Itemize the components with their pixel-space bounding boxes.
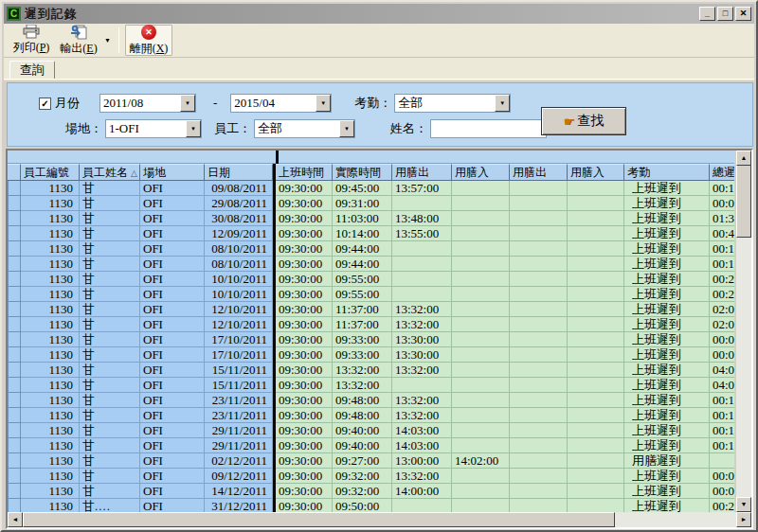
chevron-down-icon[interactable]: ▼	[186, 120, 201, 137]
cell-total-late: 00:1	[710, 423, 734, 438]
cell-meal-in-2	[568, 378, 624, 393]
table-row[interactable]: 1130 甘 OFI 29/11/2011 09:30:00 09:40:00 …	[8, 438, 734, 453]
chevron-down-icon[interactable]: ▼	[316, 95, 331, 112]
table-row[interactable]: 1130 甘 OFI 10/10/2011 09:30:00 09:55:00 …	[8, 287, 734, 302]
row-indicator[interactable]	[8, 302, 21, 317]
table-row[interactable]: 1130 甘 OFI 12/10/2011 09:30:00 11:37:00 …	[8, 317, 734, 332]
col-header-employee-name[interactable]: 員工姓名△	[80, 164, 140, 181]
table-row[interactable]: 1130 甘 OFI 17/10/2011 09:30:00 09:33:00 …	[8, 347, 734, 363]
row-indicator[interactable]	[8, 378, 21, 393]
row-indicator[interactable]	[8, 272, 21, 287]
col-header-meal-out-1[interactable]: 用膳出	[392, 164, 452, 181]
col-header-meal-in-2[interactable]: 用膳入	[568, 164, 624, 181]
col-header-employee-id[interactable]: 員工編號	[21, 164, 80, 181]
col-header-meal-in-1[interactable]: 用膳入	[452, 164, 510, 181]
table-row[interactable]: 1130 甘.... OFI 31/12/2011 09:30:00 09:50…	[8, 499, 734, 512]
row-indicator[interactable]	[8, 211, 21, 226]
col-header-attendance[interactable]: 考勤	[624, 164, 710, 181]
row-indicator[interactable]	[8, 241, 21, 257]
cell-meal-in-2	[568, 181, 624, 196]
scroll-up-icon[interactable]: ▲	[736, 151, 751, 166]
cell-meal-in-2	[568, 332, 624, 347]
chevron-down-icon[interactable]: ▼	[180, 95, 195, 112]
table-row[interactable]: 1130 甘 OFI 10/10/2011 09:30:00 09:55:00 …	[8, 272, 734, 287]
name-input[interactable]	[430, 119, 547, 138]
horizontal-scrollbar[interactable]: ◄ ►	[8, 512, 751, 527]
exit-button[interactable]: ✕ 離開(X)	[125, 25, 172, 56]
scroll-down-icon[interactable]: ▼	[736, 497, 751, 512]
site-select[interactable]: 1-OFI ▼	[105, 119, 202, 138]
table-row[interactable]: 1130 甘 OFI 17/10/2011 09:30:00 09:33:00 …	[8, 332, 734, 347]
printer-icon	[23, 25, 40, 39]
vertical-scrollbar[interactable]: ▲ ▼	[736, 151, 751, 512]
cell-meal-out-1: 13:30:00	[392, 332, 452, 347]
row-indicator[interactable]	[8, 226, 21, 241]
tab-query[interactable]: 查詢	[9, 61, 55, 79]
maximize-button[interactable]: □	[717, 7, 733, 21]
cell-employee-name: 甘	[80, 423, 140, 438]
cell-site: OFI	[140, 332, 205, 347]
col-header-total-late[interactable]: 總遲	[710, 164, 734, 181]
table-row[interactable]: 1130 甘 OFI 30/08/2011 09:30:00 11:03:00 …	[8, 211, 734, 226]
cell-total-late: 00:1	[710, 241, 734, 257]
chevron-down-icon[interactable]: ▼	[495, 95, 510, 112]
month-to-select[interactable]: 2015/04 ▼	[230, 94, 332, 113]
row-indicator[interactable]	[8, 393, 21, 408]
col-header-actual-time[interactable]: 實際時間	[333, 164, 392, 181]
row-indicator[interactable]	[8, 332, 21, 347]
row-indicator[interactable]	[8, 287, 21, 302]
chevron-down-icon[interactable]: ▼	[339, 120, 354, 137]
attendance-select[interactable]: 全部 ▼	[394, 94, 511, 113]
col-header-site[interactable]: 場地	[140, 164, 205, 181]
search-button[interactable]: ☛ 查找	[541, 107, 626, 135]
print-button[interactable]: 列印(P)	[8, 25, 55, 56]
row-indicator[interactable]	[8, 484, 21, 499]
table-row[interactable]: 1130 甘 OFI 02/12/2011 09:30:00 09:27:00 …	[8, 453, 734, 469]
close-button[interactable]: ✕	[735, 7, 751, 21]
row-indicator[interactable]	[8, 423, 21, 438]
row-indicator[interactable]	[8, 257, 21, 272]
scroll-left-icon[interactable]: ◄	[8, 512, 23, 527]
row-indicator[interactable]	[8, 499, 21, 512]
month-checkbox[interactable]: ✓	[39, 98, 51, 110]
table-row[interactable]: 1130 甘 OFI 14/12/2011 09:30:00 09:32:00 …	[8, 484, 734, 499]
row-indicator[interactable]	[8, 408, 21, 423]
col-header-meal-out-2[interactable]: 用膳出	[510, 164, 568, 181]
scroll-right-icon[interactable]: ►	[736, 512, 751, 527]
row-indicator[interactable]	[8, 317, 21, 332]
cell-actual-time: 09:40:00	[333, 438, 392, 453]
row-indicator[interactable]	[8, 453, 21, 469]
export-dropdown-arrow-icon[interactable]: ▼	[102, 25, 113, 56]
row-indicator[interactable]	[8, 438, 21, 453]
cell-site: OFI	[140, 226, 205, 241]
table-row[interactable]: 1130 甘 OFI 08/10/2011 09:30:00 09:44:00 …	[8, 257, 734, 272]
table-row[interactable]: 1130 甘 OFI 08/10/2011 09:30:00 09:44:00 …	[8, 241, 734, 257]
row-indicator[interactable]	[8, 181, 21, 196]
row-indicator[interactable]	[8, 469, 21, 484]
cell-attendance: 上班遲到	[624, 423, 710, 438]
table-row[interactable]: 1130 甘 OFI 23/11/2011 09:30:00 09:48:00 …	[8, 393, 734, 408]
export-button[interactable]: 輸出(E)	[55, 25, 102, 56]
cell-editor-ellipsis[interactable]: ....	[95, 499, 111, 512]
table-row[interactable]: 1130 甘 OFI 09/12/2011 09:30:00 09:32:00 …	[8, 469, 734, 484]
month-from-select[interactable]: 2011/08 ▼	[99, 94, 196, 113]
table-row[interactable]: 1130 甘 OFI 15/11/2011 09:30:00 13:32:00 …	[8, 363, 734, 378]
col-header-date[interactable]: 日期	[205, 164, 273, 181]
cell-attendance: 上班遲到	[624, 302, 710, 317]
table-row[interactable]: 1130 甘 OFI 15/11/2011 09:30:00 13:32:00 …	[8, 378, 734, 393]
cell-employee-id: 1130	[21, 332, 80, 347]
table-row[interactable]: 1130 甘 OFI 12/10/2011 09:30:00 11:37:00 …	[8, 302, 734, 317]
table-row[interactable]: 1130 甘 OFI 23/11/2011 09:30:00 09:48:00 …	[8, 408, 734, 423]
table-row[interactable]: 1130 甘 OFI 29/11/2011 09:30:00 09:40:00 …	[8, 423, 734, 438]
table-row[interactable]: 1130 甘 OFI 09/08/2011 09:30:00 09:45:00 …	[8, 181, 734, 196]
table-row[interactable]: 1130 甘 OFI 29/08/2011 09:30:00 09:31:00 …	[8, 196, 734, 211]
col-header-shift-start[interactable]: 上班時間	[276, 164, 333, 181]
row-indicator[interactable]	[8, 363, 21, 378]
employee-select[interactable]: 全部 ▼	[254, 119, 355, 138]
row-indicator[interactable]	[8, 196, 21, 211]
cell-employee-id: 1130	[21, 438, 80, 453]
table-row[interactable]: 1130 甘 OFI 12/09/2011 09:30:00 10:14:00 …	[8, 226, 734, 241]
horizontal-scroll-thumb[interactable]	[23, 512, 615, 527]
row-indicator[interactable]	[8, 347, 21, 363]
minimize-button[interactable]: _	[699, 7, 715, 21]
